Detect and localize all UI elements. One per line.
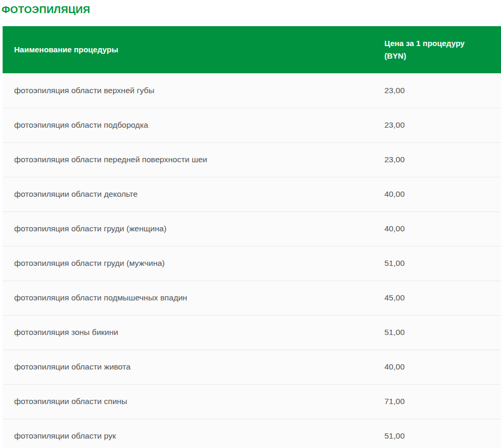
price-cell: 51,00 [384, 419, 501, 448]
table-row: фотоэпиляции области спины 71,00 [3, 384, 501, 419]
price-cell: 51,00 [384, 246, 501, 281]
procedure-name-cell: фотоэпиляции области рук [3, 419, 384, 448]
price-table: Наименование процедуры Цена за 1 процеду… [3, 26, 501, 448]
price-cell: 51,00 [384, 315, 501, 350]
page-title: ФОТОЭПИЛЯЦИЯ [2, 4, 501, 16]
price-cell: 45,00 [384, 281, 501, 315]
price-cell: 71,00 [384, 384, 501, 419]
price-cell: 23,00 [384, 142, 501, 177]
price-cell: 23,00 [384, 108, 501, 142]
procedure-name-cell: фотоэпиляция области передней поверхност… [3, 142, 384, 177]
price-cell: 40,00 [384, 350, 501, 384]
table-header: Наименование процедуры Цена за 1 процеду… [3, 26, 501, 73]
procedure-name-cell: фотоэпиляция области верхней губы [3, 73, 384, 108]
table-row: фотоэпиляция области подбородка 23,00 [3, 108, 501, 142]
table-row: фотоэпиляции области декольте 40,00 [3, 177, 501, 211]
table-row: фотоэпиляция зоны бикини 51,00 [3, 315, 501, 350]
table-body: фотоэпиляция области верхней губы 23,00 … [3, 73, 501, 448]
price-cell: 23,00 [384, 73, 501, 108]
table-row: фотоэпиляции области рук 51,00 [3, 419, 501, 448]
table-row: фотоэпиляции области живота 40,00 [3, 350, 501, 384]
procedure-name-cell: фотоэпиляции области спины [3, 384, 384, 419]
table-row: фотоэпиляция области груди (женщина) 40,… [3, 211, 501, 246]
price-cell: 40,00 [384, 177, 501, 211]
price-cell: 40,00 [384, 211, 501, 246]
column-header-procedure: Наименование процедуры [3, 26, 384, 73]
column-header-price: Цена за 1 процедуру (BYN) [384, 26, 501, 73]
table-row: фотоэпиляция области передней поверхност… [3, 142, 501, 177]
table-row: фотоэпиляция области верхней губы 23,00 [3, 73, 501, 108]
table-row: фотоэпиляция области подмышечных впадин … [3, 281, 501, 315]
table-row: фотоэпиляция области груди (мужчина) 51,… [3, 246, 501, 281]
procedure-name-cell: фотоэпиляция области подбородка [3, 108, 384, 142]
table-header-row: Наименование процедуры Цена за 1 процеду… [3, 26, 501, 73]
procedure-name-cell: фотоэпиляция зоны бикини [3, 315, 384, 350]
procedure-name-cell: фотоэпиляция области груди (мужчина) [3, 246, 384, 281]
procedure-name-cell: фотоэпиляция области подмышечных впадин [3, 281, 384, 315]
procedure-name-cell: фотоэпиляция области груди (женщина) [3, 211, 384, 246]
procedure-name-cell: фотоэпиляции области живота [3, 350, 384, 384]
procedure-name-cell: фотоэпиляции области декольте [3, 177, 384, 211]
